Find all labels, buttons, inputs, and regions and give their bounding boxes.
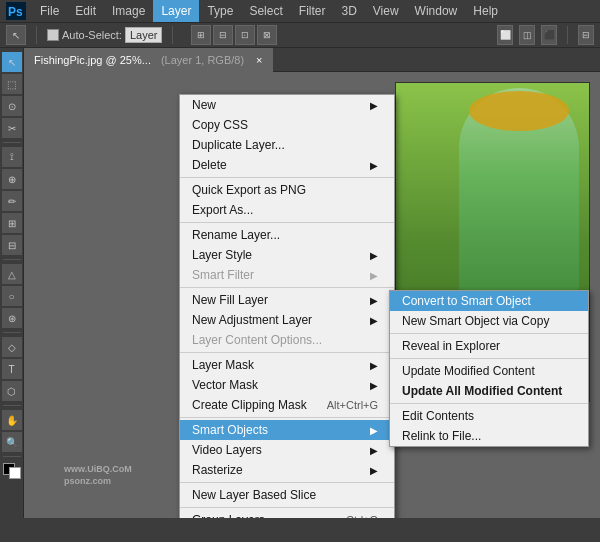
menu-filter[interactable]: Filter (291, 0, 334, 22)
sep-3 (180, 287, 394, 288)
ps-logo: Ps (4, 0, 28, 22)
tool-sep-2 (3, 259, 21, 260)
menu-type[interactable]: Type (199, 0, 241, 22)
menu-layer[interactable]: Layer (153, 0, 199, 22)
align-icon-1[interactable]: ⬜ (497, 25, 513, 45)
menu-3d[interactable]: 3D (333, 0, 364, 22)
menu-item-layer-style[interactable]: Layer Style ▶ (180, 245, 394, 265)
submenu-update-modified[interactable]: Update Modified Content (390, 361, 588, 381)
sep-2 (180, 222, 394, 223)
tool-crop[interactable]: ✂ (2, 118, 22, 138)
menu-item-new-adjustment[interactable]: New Adjustment Layer ▶ (180, 310, 394, 330)
menu-item-vector-mask[interactable]: Vector Mask ▶ (180, 375, 394, 395)
menu-item-copy-css[interactable]: Copy CSS (180, 115, 394, 135)
main-area: ↖ ⬚ ⊙ ✂ ⟟ ⊕ ✏ ⊞ ⊟ △ ○ ⊛ ◇ T ⬡ ✋ 🔍 Fishin… (0, 48, 600, 518)
menu-select[interactable]: Select (241, 0, 290, 22)
tool-sep-5 (3, 456, 21, 457)
tab-info: (Layer 1, RGB/8) (161, 54, 244, 66)
submenu-reveal-explorer[interactable]: Reveal in Explorer (390, 336, 588, 356)
menu-item-smart-filter[interactable]: Smart Filter ▶ (180, 265, 394, 285)
tool-lasso[interactable]: ⊙ (2, 96, 22, 116)
menu-item-export-as[interactable]: Export As... (180, 200, 394, 220)
auto-select-dropdown[interactable]: Layer (125, 27, 163, 43)
tool-eyedrop[interactable]: ⟟ (2, 147, 22, 167)
transform-icons: ⊞ ⊟ ⊡ ⊠ (191, 25, 277, 45)
sep-5 (180, 417, 394, 418)
menu-help[interactable]: Help (465, 0, 506, 22)
toolbar: ↖ ⬚ ⊙ ✂ ⟟ ⊕ ✏ ⊞ ⊟ △ ○ ⊛ ◇ T ⬡ ✋ 🔍 (0, 48, 24, 518)
sep-4 (180, 352, 394, 353)
tab-fishing-pic[interactable]: FishingPic.jpg @ 25%... (Layer 1, RGB/8)… (24, 48, 273, 72)
tool-select-rect[interactable]: ⬚ (2, 74, 22, 94)
tool-hand[interactable]: ✋ (2, 410, 22, 430)
layer-dropdown-menu: New ▶ Copy CSS Duplicate Layer... Delete… (179, 94, 395, 518)
menu-item-clipping-mask[interactable]: Create Clipping Mask Alt+Ctrl+G (180, 395, 394, 415)
tool-blur[interactable]: ○ (2, 286, 22, 306)
menu-item-new[interactable]: New ▶ (180, 95, 394, 115)
tab-bar: FishingPic.jpg @ 25%... (Layer 1, RGB/8)… (24, 48, 600, 72)
transform-icon-2[interactable]: ⊟ (213, 25, 233, 45)
menu-item-video-layers[interactable]: Video Layers ▶ (180, 440, 394, 460)
menu-item-new-layer-slice[interactable]: New Layer Based Slice (180, 485, 394, 505)
submenu-update-all-modified[interactable]: Update All Modified Content (390, 381, 588, 401)
sep-7 (180, 507, 394, 508)
auto-select-label: Auto-Select: (62, 29, 122, 41)
menu-item-quick-export[interactable]: Quick Export as PNG (180, 180, 394, 200)
submenu-relink-file[interactable]: Relink to File... (390, 426, 588, 446)
align-icon-3[interactable]: ⬛ (541, 25, 557, 45)
menu-item-layer-mask[interactable]: Layer Mask ▶ (180, 355, 394, 375)
transform-icon-4[interactable]: ⊠ (257, 25, 277, 45)
menu-bar: Ps File Edit Image Layer Type Select Fil… (0, 0, 600, 22)
menu-window[interactable]: Window (407, 0, 466, 22)
tool-heal[interactable]: ⊕ (2, 169, 22, 189)
tool-gradient[interactable]: △ (2, 264, 22, 284)
submenu-edit-contents[interactable]: Edit Contents (390, 406, 588, 426)
tab-close-btn[interactable]: × (256, 54, 262, 66)
menu-item-rename[interactable]: Rename Layer... (180, 225, 394, 245)
tool-text[interactable]: T (2, 359, 22, 379)
auto-select-group: Auto-Select: Layer (47, 27, 162, 43)
menu-item-layer-content[interactable]: Layer Content Options... (180, 330, 394, 350)
submenu-new-smart-copy[interactable]: New Smart Object via Copy (390, 311, 588, 331)
sub-sep-1 (390, 333, 588, 334)
tool-sep-1 (3, 142, 21, 143)
menu-image[interactable]: Image (104, 0, 153, 22)
tool-zoom[interactable]: 🔍 (2, 432, 22, 452)
tool-brush[interactable]: ✏ (2, 191, 22, 211)
tool-eraser[interactable]: ⊟ (2, 235, 22, 255)
tool-move[interactable]: ↖ (2, 52, 22, 72)
menu-view[interactable]: View (365, 0, 407, 22)
distribute-icon[interactable]: ⊟ (578, 25, 594, 45)
sep-6 (180, 482, 394, 483)
smart-objects-submenu: Convert to Smart Object New Smart Object… (389, 290, 589, 447)
tool-sep-4 (3, 405, 21, 406)
menu-item-smart-objects[interactable]: Smart Objects ▶ (180, 420, 394, 440)
menu-item-new-fill[interactable]: New Fill Layer ▶ (180, 290, 394, 310)
transform-icon-3[interactable]: ⊡ (235, 25, 255, 45)
sub-sep-3 (390, 403, 588, 404)
tool-clone[interactable]: ⊞ (2, 213, 22, 233)
submenu-convert-smart[interactable]: Convert to Smart Object (390, 291, 588, 311)
menu-edit[interactable]: Edit (67, 0, 104, 22)
align-icon-2[interactable]: ◫ (519, 25, 535, 45)
tool-shape[interactable]: ⬡ (2, 381, 22, 401)
tool-dodge[interactable]: ⊛ (2, 308, 22, 328)
foreground-background-colors[interactable] (3, 463, 21, 479)
watermark: www.UiBQ.CoMpsonz.com (64, 463, 132, 488)
move-tool-icon[interactable]: ↖ (6, 25, 26, 45)
options-bar: ↖ Auto-Select: Layer ⊞ ⊟ ⊡ ⊠ ⬜ ◫ ⬛ ⊟ (0, 22, 600, 48)
tool-path[interactable]: ◇ (2, 337, 22, 357)
menu-item-delete[interactable]: Delete ▶ (180, 155, 394, 175)
sub-sep-2 (390, 358, 588, 359)
tab-filename: FishingPic.jpg @ 25%... (34, 54, 151, 66)
menu-item-group-layers[interactable]: Group Layers Ctrl+G (180, 510, 394, 518)
sep-1 (180, 177, 394, 178)
transform-icon-1[interactable]: ⊞ (191, 25, 211, 45)
menu-file[interactable]: File (32, 0, 67, 22)
menu-item-dup-layer[interactable]: Duplicate Layer... (180, 135, 394, 155)
auto-select-checkbox[interactable] (47, 29, 59, 41)
menu-item-rasterize[interactable]: Rasterize ▶ (180, 460, 394, 480)
canvas-area: FishingPic.jpg @ 25%... (Layer 1, RGB/8)… (24, 48, 600, 518)
canvas-content: www.UiBQ.CoMpsonz.com New ▶ Copy CSS Dup… (24, 72, 600, 518)
tool-sep-3 (3, 332, 21, 333)
